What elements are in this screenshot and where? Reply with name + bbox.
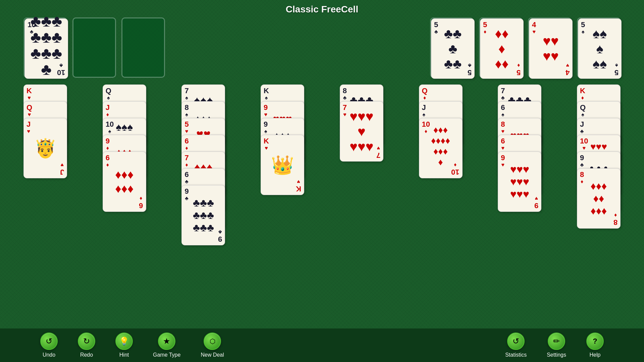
column-8: K♦ 👑 K♦ Q♠ 👸 Q♠ J♣ 🤴 J♣ 10♥ ♥♥♥♥♥♥♥♥♥♥♥ … — [577, 84, 621, 229]
undo-icon: ↺ — [40, 333, 58, 350]
column-1: K♥ 👑 K♥ Q♥ 👸 Q♥ J♥ 🤴 J♥ — [23, 84, 67, 178]
free-cell-1[interactable]: 10 ♣ ♣♣♣♣♣♣♣♣♣♣ 10 ♣ — [23, 17, 67, 78]
undo-button[interactable]: ↺ Undo — [40, 333, 58, 358]
game-area: 10 ♣ ♣♣♣♣♣♣♣♣♣♣ 10 ♣ — [0, 17, 644, 346]
game-type-icon: ★ — [158, 333, 175, 350]
column-7: 7♣ ♣♣♣♣♣♣♣ 7♣ 6♠ ♠♠♠♠♠♠ 6♠ 8♥ ♥♥♥♥♥♥♥♥ 8… — [498, 84, 541, 212]
help-label: Help — [590, 352, 601, 358]
settings-label: Settings — [547, 352, 566, 358]
new-deal-icon: ⬡ — [204, 333, 221, 350]
hint-icon: 💡 — [115, 333, 133, 350]
columns-row: K♥ 👑 K♥ Q♥ 👸 Q♥ J♥ 🤴 J♥ Q♠ 👸 Q♠ — [20, 84, 624, 245]
foundation-2[interactable]: 5 ♦ ♦♦♦♦♦ 5 ♦ — [479, 17, 523, 78]
card-5c[interactable]: 5 ♣ ♣♣♣♣♣ 5 ♣ — [431, 18, 475, 79]
column-3: 7♠ ♠♠♠♠♠♠♠ 7♠ 8♠ ♠♠♠♠♠♠♠♠ 8♠ 5♥ ♥♥♥♥♥ 5♥… — [181, 84, 225, 245]
card-jh-col1[interactable]: J♥ 🤴 J♥ — [23, 118, 67, 178]
card-9h-col7[interactable]: 9♥ ♥♥♥♥♥♥♥♥♥ 9♥ — [498, 152, 541, 212]
new-deal-button[interactable]: ⬡ New Deal — [201, 333, 224, 358]
toolbar-left: ↺ Undo ↻ Redo 💡 Hint ★ Game Type ⬡ New D… — [40, 333, 224, 358]
card-10c[interactable]: 10 ♣ ♣♣♣♣♣♣♣♣♣♣ 10 ♣ — [24, 18, 68, 79]
column-2: Q♠ 👸 Q♠ J♦ 🤴 J♦ 10♠ ♠♠♠♠♠♠♠♠♠♠ 10♠ 9♦ ♦♦… — [103, 84, 146, 212]
card-9c-col3[interactable]: 9♣ ♣♣♣♣♣♣♣♣♣ 9♣ — [181, 185, 225, 245]
game-type-label: Game Type — [153, 352, 180, 358]
settings-icon: ✏ — [548, 333, 565, 350]
game-type-button[interactable]: ★ Game Type — [153, 333, 180, 358]
card-kh-col4[interactable]: K♥ 👑 K♥ — [261, 135, 304, 195]
free-cell-2[interactable] — [72, 17, 116, 78]
card-7h-col5[interactable]: 7♥ ♥♥♥♥♥♥♥ 7♥ — [340, 101, 383, 162]
statistics-button[interactable]: ↺ Statistics — [505, 333, 527, 358]
redo-button[interactable]: ↻ Redo — [78, 333, 95, 358]
hint-button[interactable]: 💡 Hint — [115, 333, 133, 358]
free-cells: 10 ♣ ♣♣♣♣♣♣♣♣♣♣ 10 ♣ — [23, 17, 165, 78]
new-deal-label: New Deal — [201, 352, 224, 358]
toolbar: ↺ Undo ↻ Redo 💡 Hint ★ Game Type ⬡ New D… — [0, 328, 644, 362]
free-cell-3[interactable] — [121, 17, 165, 78]
hint-label: Hint — [119, 352, 129, 358]
statistics-icon: ↺ — [507, 333, 525, 350]
undo-label: Undo — [43, 352, 55, 358]
game-title: Classic FreeCell — [0, 0, 644, 17]
card-8d-col8[interactable]: 8♦ ♦♦♦♦♦♦♦♦ 8♦ — [577, 168, 621, 229]
foundation-cells: 5 ♣ ♣♣♣♣♣ 5 ♣ 5 ♦ — [430, 17, 621, 78]
card-5d[interactable]: 5 ♦ ♦♦♦♦♦ 5 ♦ — [480, 18, 524, 79]
card-5s[interactable]: 5 ♠ ♠♠♠♠♠ 5 ♠ — [578, 18, 622, 79]
foundation-4[interactable]: 5 ♠ ♠♠♠♠♠ 5 ♠ — [577, 17, 621, 78]
foundation-1[interactable]: 5 ♣ ♣♣♣♣♣ 5 ♣ — [430, 17, 474, 78]
settings-button[interactable]: ✏ Settings — [547, 333, 566, 358]
top-row: 10 ♣ ♣♣♣♣♣♣♣♣♣♣ 10 ♣ — [20, 17, 624, 78]
column-6: Q♦ 👸 Q♦ J♠ 🤴 J♠ 10♦ ♦♦♦♦♦♦♦♦♦♦♦ 10♦ — [419, 84, 463, 178]
card-4h[interactable]: 4 ♥ ♥♥♥♥ 4 ♥ — [529, 18, 573, 79]
statistics-label: Statistics — [505, 352, 527, 358]
foundation-3[interactable]: 4 ♥ ♥♥♥♥ 4 ♥ — [528, 17, 572, 78]
toolbar-right: ↺ Statistics ✏ Settings ? Help — [505, 333, 604, 358]
redo-label: Redo — [80, 352, 93, 358]
column-5: 8♣ ♣♣♣♣♣♣♣♣ 8♣ 7♥ ♥♥♥♥♥♥♥ 7♥ — [340, 84, 383, 162]
card-6d-col2[interactable]: 6♦ ♦♦♦♦♦♦ 6♦ — [103, 152, 146, 212]
column-4: K♠ 👑 K♠ 9♥ ♥♥♥♥♥♥♥♥♥ 9♥ 9♠ ♠♠♠♠♠♠♠♠♠ 9♠ … — [261, 84, 304, 195]
card-10d-col6[interactable]: 10♦ ♦♦♦♦♦♦♦♦♦♦♦ 10♦ — [419, 118, 463, 178]
help-icon: ? — [586, 333, 604, 350]
help-button[interactable]: ? Help — [586, 333, 604, 358]
redo-icon: ↻ — [78, 333, 95, 350]
